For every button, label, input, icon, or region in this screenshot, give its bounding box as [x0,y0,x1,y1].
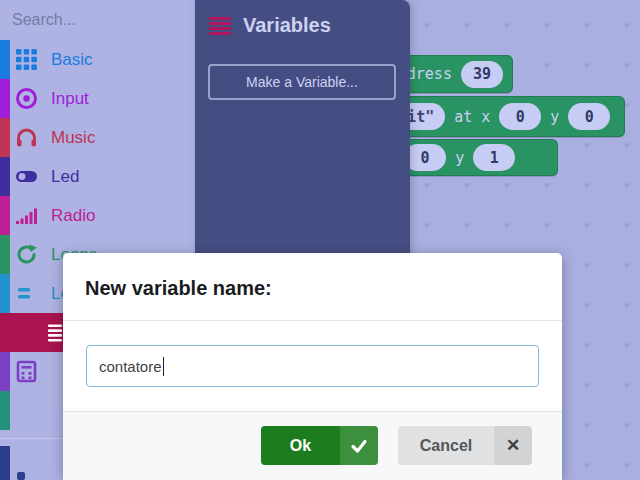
make-variable-button[interactable]: Make a Variable... [208,64,396,100]
category-color-strip [0,235,10,274]
dialog-title: New variable name: [63,253,562,321]
advanced-icon [17,472,25,480]
sidebar-item-label: Radio [51,206,95,226]
loop-icon [15,243,38,266]
headphones-icon [15,126,38,149]
dialog-footer: Ok Cancel ✕ [63,411,562,480]
new-variable-dialog: New variable name: contatore Ok Cancel ✕ [63,253,562,480]
address-value-field[interactable]: 39 [461,61,503,88]
flyout-header: Variables [195,0,410,37]
dialog-content: contatore [63,321,562,411]
toolbox-search [0,0,195,40]
sidebar-item-label: Led [51,167,79,187]
y-value-field[interactable]: 1 [473,144,515,171]
grid-icon [15,48,38,71]
sidebar-item-music[interactable]: Music [0,118,195,157]
flyout-title: Variables [243,14,331,37]
variable-name-input[interactable]: contatore [86,345,539,387]
category-color-strip [0,446,10,480]
y-value-field[interactable]: 0 [568,103,610,130]
category-color-strip [0,157,10,196]
search-input[interactable] [12,11,219,29]
block-label: at x [454,108,490,126]
category-color-strip [0,40,10,79]
target-icon [15,87,38,110]
sidebar-item-led[interactable]: Led [0,157,195,196]
sidebar-item-label: Input [51,89,89,109]
x-value-field[interactable]: 0 [499,103,541,130]
variables-flyout-icon [209,17,231,35]
math-icon [15,360,38,383]
sidebar-item-label: Music [51,128,95,148]
sidebar-item-radio[interactable]: Radio [0,196,195,235]
text-caret [163,357,164,376]
toggle-icon [15,165,38,188]
sidebar-item-input[interactable]: Input [0,79,195,118]
close-icon: ✕ [494,426,532,465]
category-color-strip [0,118,10,157]
category-color-strip [0,196,10,235]
category-color-strip [0,79,10,118]
check-icon [340,426,378,465]
variable-name-value: contatore [99,358,162,375]
ok-button[interactable]: Ok [261,426,378,465]
category-color-strip [0,391,10,430]
logic-icon [15,282,38,305]
x-value-field[interactable]: 0 [404,144,446,171]
sidebar-item-basic[interactable]: Basic [0,40,195,79]
cancel-button[interactable]: Cancel ✕ [398,426,532,465]
cancel-button-label: Cancel [398,426,494,465]
ok-button-label: Ok [261,426,340,465]
block-label: y [455,149,464,167]
category-color-strip [0,352,10,391]
signal-icon [15,204,38,227]
sidebar-item-label: Basic [51,50,93,70]
category-color-strip [0,274,10,313]
block-label: y [550,108,559,126]
